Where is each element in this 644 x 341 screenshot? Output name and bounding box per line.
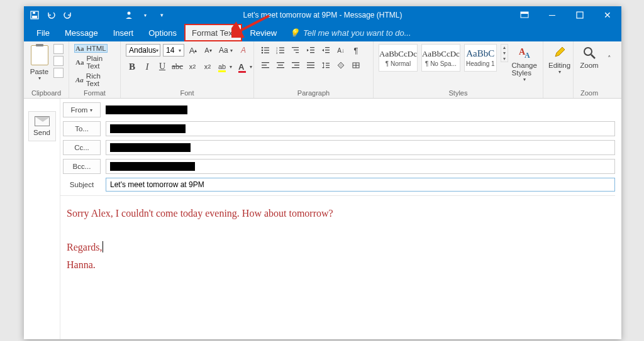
edit-pencil-icon bbox=[552, 45, 567, 60]
group-editing: Editing▾ bbox=[543, 41, 574, 98]
paste-button[interactable]: Paste ▾ bbox=[29, 44, 50, 81]
bcc-button[interactable]: Bcc... bbox=[63, 159, 101, 174]
style-gallery-nav[interactable]: ▴▾▾ bbox=[501, 44, 508, 62]
italic-button[interactable]: I bbox=[141, 60, 153, 73]
ribbon-tabs: File Message Insert Options Format Text … bbox=[24, 24, 621, 41]
format-rich-button[interactable]: AaRich Text bbox=[74, 72, 115, 88]
svg-rect-18 bbox=[279, 52, 284, 53]
bold-button[interactable]: B bbox=[126, 60, 138, 73]
align-left-button[interactable] bbox=[259, 59, 272, 72]
collapse-ribbon-icon[interactable]: ˄ bbox=[605, 41, 614, 75]
envelope-icon bbox=[35, 116, 50, 126]
change-styles-button[interactable]: AA Change Styles▾ bbox=[512, 44, 538, 82]
borders-button[interactable] bbox=[350, 59, 362, 72]
sort-button[interactable]: A↓ bbox=[335, 44, 347, 57]
group-styles: AaBbCcDc ¶ Normal AaBbCcDc ¶ No Spa... A… bbox=[374, 41, 543, 98]
tab-file[interactable]: File bbox=[29, 24, 57, 41]
person-icon[interactable] bbox=[125, 11, 133, 19]
to-button[interactable]: To... bbox=[63, 121, 101, 136]
format-html-button[interactable]: AaAa HTMLHTML bbox=[74, 44, 108, 53]
highlight-button[interactable]: ab▾ bbox=[216, 60, 234, 73]
header-fields: From ▾ To... Cc... Bcc... Subject Sorry … bbox=[60, 99, 621, 339]
body-line2: Regards, bbox=[67, 239, 609, 256]
decrease-indent-button[interactable] bbox=[304, 44, 317, 57]
cc-button[interactable]: Cc... bbox=[63, 140, 101, 155]
maximize-button[interactable] bbox=[566, 6, 594, 24]
underline-button[interactable]: U bbox=[156, 60, 169, 73]
strikethrough-button[interactable]: abc bbox=[171, 60, 184, 73]
subject-field[interactable] bbox=[106, 178, 615, 192]
style-no-spacing[interactable]: AaBbCcDc ¶ No Spa... bbox=[421, 44, 460, 72]
align-right-button[interactable] bbox=[289, 59, 302, 72]
undo-icon[interactable] bbox=[47, 11, 55, 19]
superscript-button[interactable]: x2 bbox=[201, 60, 214, 73]
numbering-button[interactable]: 123 bbox=[274, 44, 287, 57]
message-body[interactable]: Sorry Alex, I couldn't come today evenin… bbox=[60, 195, 615, 282]
svg-rect-28 bbox=[262, 62, 269, 63]
tab-insert[interactable]: Insert bbox=[106, 24, 142, 41]
svg-rect-36 bbox=[292, 67, 299, 68]
style-normal[interactable]: AaBbCcDc ¶ Normal bbox=[379, 44, 418, 72]
tab-message[interactable]: Message bbox=[57, 24, 106, 41]
svg-line-50 bbox=[591, 55, 595, 58]
tab-options[interactable]: Options bbox=[141, 24, 184, 41]
lightbulb-icon: 💡 bbox=[289, 28, 299, 38]
cut-button[interactable] bbox=[53, 44, 64, 54]
editing-button[interactable]: Editing▾ bbox=[548, 44, 570, 75]
subscript-button[interactable]: x2 bbox=[186, 60, 199, 73]
group-clipboard: Paste ▾ Clipboard bbox=[24, 41, 69, 98]
subject-label: Subject bbox=[63, 181, 101, 188]
copy-button[interactable] bbox=[53, 56, 64, 66]
tab-format-text[interactable]: Format Text bbox=[184, 24, 242, 41]
bullets-button[interactable] bbox=[259, 44, 272, 57]
increase-indent-button[interactable] bbox=[319, 44, 332, 57]
format-plain-button[interactable]: AaPlain Text bbox=[74, 54, 115, 70]
font-name-select[interactable]: Andalus▾ bbox=[126, 44, 160, 57]
format-painter-button[interactable] bbox=[53, 68, 64, 78]
group-label-paragraph: Paragraph bbox=[259, 88, 368, 97]
line-spacing-button[interactable] bbox=[319, 59, 332, 72]
svg-rect-5 bbox=[521, 12, 528, 14]
bcc-field[interactable] bbox=[106, 159, 615, 174]
svg-rect-33 bbox=[277, 67, 284, 68]
svg-rect-24 bbox=[310, 52, 314, 53]
align-center-button[interactable] bbox=[274, 59, 287, 72]
tab-review[interactable]: Review bbox=[242, 24, 284, 41]
redo-icon[interactable] bbox=[63, 11, 72, 19]
svg-text:A: A bbox=[525, 51, 530, 60]
group-label-font: Font bbox=[126, 88, 248, 97]
style-heading1[interactable]: AaBbC Heading 1 bbox=[464, 44, 497, 72]
grow-font-button[interactable]: A▴ bbox=[187, 44, 199, 57]
shading-button[interactable] bbox=[335, 59, 347, 72]
svg-rect-29 bbox=[262, 65, 267, 65]
show-marks-button[interactable]: ¶ bbox=[350, 44, 362, 57]
from-button[interactable]: From ▾ bbox=[63, 102, 101, 117]
svg-rect-39 bbox=[307, 67, 314, 68]
font-size-select[interactable]: 14▾ bbox=[163, 44, 184, 57]
qat-more-icon[interactable]: ▾ bbox=[157, 11, 166, 19]
font-color-button[interactable]: A▾ bbox=[236, 60, 254, 73]
multilevel-list-button[interactable] bbox=[289, 44, 302, 57]
send-button[interactable]: Send bbox=[28, 111, 56, 141]
clipboard-icon bbox=[31, 45, 48, 65]
svg-rect-40 bbox=[323, 63, 324, 67]
svg-rect-38 bbox=[307, 65, 314, 65]
qat-customize-icon[interactable]: ▾ bbox=[141, 11, 150, 19]
save-icon[interactable] bbox=[30, 11, 39, 19]
close-button[interactable]: ✕ bbox=[594, 6, 621, 24]
svg-rect-14 bbox=[279, 47, 284, 48]
justify-button[interactable] bbox=[304, 59, 317, 72]
svg-rect-37 bbox=[307, 62, 314, 63]
clear-formatting-button[interactable]: A bbox=[237, 44, 250, 57]
change-case-button[interactable]: Aa▾ bbox=[217, 44, 235, 57]
group-label-format: Format bbox=[74, 88, 115, 97]
tell-me-search[interactable]: 💡 Tell me what you want to do... bbox=[284, 28, 411, 38]
shrink-font-button[interactable]: A▾ bbox=[202, 44, 214, 57]
svg-rect-12 bbox=[264, 52, 269, 53]
cc-field[interactable] bbox=[106, 140, 615, 155]
ribbon-display-icon[interactable] bbox=[511, 6, 538, 24]
to-field[interactable] bbox=[106, 121, 615, 136]
svg-rect-10 bbox=[264, 50, 269, 50]
zoom-button[interactable]: Zoom bbox=[579, 44, 600, 69]
minimize-button[interactable]: ─ bbox=[538, 6, 566, 24]
